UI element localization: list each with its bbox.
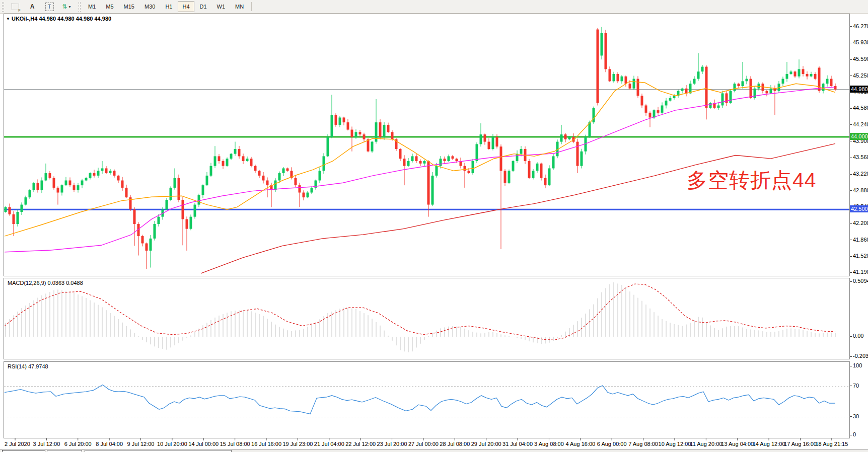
- ma-slow-red: [201, 143, 835, 273]
- rsi-line: [5, 385, 835, 414]
- time-axis-label: 16 Jul 16:00: [251, 441, 281, 447]
- time-axis-label: 14 Jul 00:00: [188, 441, 219, 447]
- toolbar-separator: [251, 2, 252, 11]
- top-toolbar: F A T ⇅ ▾ M1M5M15M30H1H4D1W1MN: [0, 0, 868, 14]
- chart-title-text: UKOil-,H4 44.980 44.980 44.980 44.980: [12, 16, 111, 22]
- price-level-badge: 44.000: [850, 133, 868, 140]
- timeframe-button-h1[interactable]: H1: [161, 1, 177, 12]
- time-axis-label: 28 Jul 08:00: [440, 441, 470, 447]
- symbols-cycle-icon: ⇅: [62, 3, 67, 10]
- time-axis-label: 13 Aug 04:00: [721, 441, 754, 447]
- time-axis-canvas: 2 Jul 20203 Jul 12:006 Jul 20:008 Jul 04…: [4, 438, 850, 449]
- time-axis-label: 10 Aug 12:00: [659, 441, 691, 447]
- timeframe-button-m15[interactable]: M15: [119, 1, 139, 12]
- time-axis-label: 27 Jul 00:00: [408, 441, 439, 447]
- toolbar-grip[interactable]: [2, 2, 5, 12]
- price-axis-tick-label: 42.200: [850, 220, 868, 226]
- macd-indicator-panel[interactable]: [4, 278, 850, 359]
- chart-tab-2[interactable]: [47, 450, 82, 452]
- price-axis-tick-label: 45.250: [850, 72, 868, 79]
- time-axis-label: 2 Jul 2020: [5, 441, 30, 447]
- price-axis-tick-label: 30: [850, 413, 859, 419]
- rsi-label: RSI(14) 47.9748: [8, 363, 48, 369]
- price-chart-canvas: [4, 14, 849, 276]
- time-axis-label: 11 Aug 20:00: [690, 441, 722, 447]
- text-box-button[interactable]: T: [41, 1, 58, 12]
- text-label-button[interactable]: A: [24, 1, 41, 12]
- collapse-indicator-icon[interactable]: ▼: [6, 17, 10, 21]
- price-axis-tick-label: 43.220: [850, 171, 868, 177]
- timeframe-button-w1[interactable]: W1: [212, 1, 230, 12]
- price-axis-tick-label: -0.2032: [850, 353, 868, 359]
- chart-tab-3[interactable]: [85, 450, 232, 452]
- price-axis-tick-label: 0.00: [850, 333, 863, 339]
- indicators-grid-icon: F: [12, 4, 19, 10]
- text-label-icon: A: [30, 3, 35, 10]
- annotation-text[interactable]: 多空转折点44: [687, 170, 817, 191]
- timeframe-button-m30[interactable]: M30: [140, 1, 160, 12]
- symbols-cycle-button[interactable]: ⇅ ▾: [58, 1, 75, 12]
- price-axis-tick-label: 45.590: [850, 56, 868, 62]
- macd-canvas: [4, 278, 849, 359]
- price-axis-tick-label: 41.860: [850, 237, 868, 243]
- price-axis-tick-label: 43.560: [850, 154, 868, 160]
- time-axis-label: 9 Jul 12:00: [127, 441, 155, 447]
- timeframe-button-m1[interactable]: M1: [84, 1, 100, 12]
- time-axis-label: 6 Jul 20:00: [64, 441, 92, 447]
- time-axis-label: 15 Jul 08:00: [220, 441, 250, 447]
- chart-tab-1[interactable]: [2, 450, 45, 452]
- time-axis-label: 3 Jul 12:00: [33, 441, 60, 447]
- time-axis-label: 18 Aug 21:15: [815, 441, 848, 447]
- candles: [5, 27, 837, 269]
- timeframe-button-group: M1M5M15M30H1H4D1W1MN: [83, 1, 249, 12]
- time-axis-label: 10 Jul 20:00: [157, 441, 187, 447]
- timeframe-button-d1[interactable]: D1: [195, 1, 211, 12]
- price-chart-panel[interactable]: [4, 14, 850, 276]
- price-level-badge: 44.980: [850, 86, 868, 93]
- timeframe-button-mn[interactable]: MN: [231, 1, 248, 12]
- time-axis-label: 3 Aug 08:00: [534, 441, 564, 447]
- time-axis-label: 19 Jul 23:00: [282, 441, 313, 447]
- time-axis[interactable]: 2 Jul 20203 Jul 12:006 Jul 20:008 Jul 04…: [4, 438, 850, 449]
- rsi-indicator-panel[interactable]: [4, 361, 850, 438]
- price-axis-tick-label: 45.930: [850, 39, 868, 45]
- time-axis-label: 21 Jul 04:00: [314, 441, 344, 447]
- price-axis-tick-label: 42.880: [850, 187, 868, 193]
- price-axis-tick-label: 0.5094: [850, 278, 868, 284]
- chart-title: ▼ UKOil-,H4 44.980 44.980 44.980 44.980: [6, 16, 111, 22]
- indicators-grid-button[interactable]: F: [7, 1, 24, 12]
- rsi-canvas: [4, 362, 849, 438]
- macd-histogram: [6, 282, 835, 352]
- macd-label: MACD(12,26,9) 0.0363 0.0488: [8, 280, 83, 286]
- time-axis-label: 23 Jul 20:00: [377, 441, 407, 447]
- time-axis-label: 14 Aug 12:00: [753, 441, 785, 447]
- price-axis-tick-label: 41.190: [850, 269, 868, 275]
- text-box-icon: T: [45, 3, 54, 11]
- price-axis-tick-label: 100: [850, 362, 862, 368]
- time-axis-label: 7 Aug 08:00: [628, 441, 658, 447]
- chart-tab-strip: [0, 449, 868, 452]
- price-axis-tick-label: 70: [850, 383, 859, 389]
- price-axis-tick-label: 41.520: [850, 253, 868, 259]
- time-axis-label: 17 Aug 16:00: [784, 441, 817, 447]
- price-axis-tick-label: 0: [850, 431, 856, 437]
- price-axis-tick-label: 46.270: [850, 23, 868, 29]
- chevron-down-icon: ▾: [69, 5, 71, 9]
- time-axis-label: 6 Aug 00:00: [597, 441, 627, 447]
- time-axis-label: 29 Jul 20:00: [471, 441, 501, 447]
- price-axis-tick-label: 44.240: [850, 121, 868, 127]
- price-axis[interactable]: 46.27045.93045.59045.25044.91044.58044.2…: [850, 14, 868, 449]
- time-axis-label: 8 Jul 04:00: [96, 441, 123, 447]
- price-axis-tick-label: 44.580: [850, 105, 868, 111]
- timeframe-button-h4[interactable]: H4: [178, 1, 194, 12]
- price-level-badge: 42.500: [850, 205, 868, 212]
- time-axis-label: 4 Aug 16:00: [565, 441, 595, 447]
- timeframe-button-m5[interactable]: M5: [101, 1, 118, 12]
- toolbar-grip-2[interactable]: [78, 2, 82, 12]
- time-axis-label: 22 Jul 12:00: [345, 441, 376, 447]
- time-axis-label: 31 Jul 04:00: [502, 441, 533, 447]
